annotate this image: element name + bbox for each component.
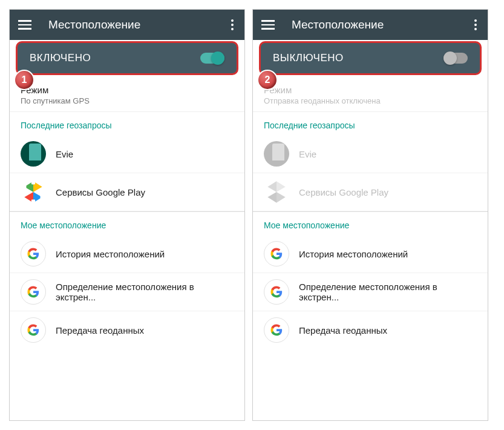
my-location-header: Мое местоположение [253,211,488,235]
svg-marker-9 [277,181,286,192]
google-icon [264,317,289,343]
mode-subtitle: Отправка геоданных отключена [264,96,477,105]
item-label: Evie [56,149,73,159]
location-switch[interactable] [200,53,224,64]
mode-row[interactable]: Режим По спутникам GPS [10,76,244,112]
list-item[interactable]: Передача геоданных [253,311,488,349]
location-toggle-bar[interactable]: 2 ВЫКЛЮЧЕНО [259,41,482,75]
page-title: Местоположение [48,18,229,31]
mode-title: Режим [21,85,234,95]
overflow-icon[interactable] [472,17,479,33]
mode-title: Режим [264,85,477,95]
screen-left: Местоположение 1 ВКЛЮЧЕНО Режим По спутн… [9,9,245,421]
overflow-icon[interactable] [229,17,236,33]
list-item[interactable]: Определение местоположения в экстрен... [253,273,488,311]
item-label: История местоположений [56,249,165,259]
list-item: Сервисы Google Play [253,173,488,211]
item-label: История местоположений [299,249,408,259]
item-label: Передача геоданных [56,325,144,336]
svg-marker-10 [267,192,277,203]
page-title: Местоположение [292,18,472,31]
svg-rect-7 [31,200,35,205]
screen-right: Местоположение 2 ВЫКЛЮЧЕНО Режим Отправк… [252,9,488,421]
google-icon [21,279,46,305]
location-toggle-bar[interactable]: 1 ВКЛЮЧЕНО [16,41,238,75]
item-label: Сервисы Google Play [299,187,388,197]
app-bar: Местоположение [253,10,488,40]
mode-subtitle: По спутникам GPS [21,96,234,105]
item-label: Сервисы Google Play [56,187,145,197]
toggle-label: ВЫКЛЮЧЕНО [273,52,443,64]
evie-icon [21,141,46,167]
google-icon [264,279,289,305]
svg-marker-8 [267,181,277,192]
list-item[interactable]: Сервисы Google Play [10,173,244,211]
svg-marker-11 [277,192,286,203]
google-icon [264,241,289,266]
item-label: Evie [299,149,316,159]
svg-rect-5 [21,185,26,188]
play-services-icon [21,179,46,205]
list-item[interactable]: Evie [10,135,244,173]
mode-row: Режим Отправка геоданных отключена [253,76,488,112]
evie-icon [264,141,289,167]
item-label: Определение местоположения в экстрен... [299,282,477,302]
recent-header: Последние геозапросы [10,112,244,135]
step-badge: 1 [14,70,34,90]
recent-header: Последние геозапросы [253,112,488,135]
google-icon [21,241,46,266]
my-location-header: Мое местоположение [10,211,244,235]
list-item[interactable]: Передача геоданных [10,311,244,349]
play-services-icon [264,179,289,205]
menu-icon[interactable] [18,20,31,30]
toggle-label: ВКЛЮЧЕНО [30,52,200,64]
list-item[interactable]: Определение местоположения в экстрен... [10,273,244,311]
item-label: Передача геоданных [299,325,387,336]
location-switch[interactable] [443,53,468,64]
app-bar: Местоположение [10,10,244,40]
google-icon [21,317,46,343]
menu-icon[interactable] [261,20,275,30]
step-badge: 2 [257,70,278,90]
svg-rect-6 [41,195,45,199]
svg-rect-4 [31,179,35,184]
list-item[interactable]: История местоположений [10,235,244,273]
list-item: Evie [253,135,488,173]
item-label: Определение местоположения в экстрен... [56,282,234,302]
list-item[interactable]: История местоположений [253,235,488,273]
